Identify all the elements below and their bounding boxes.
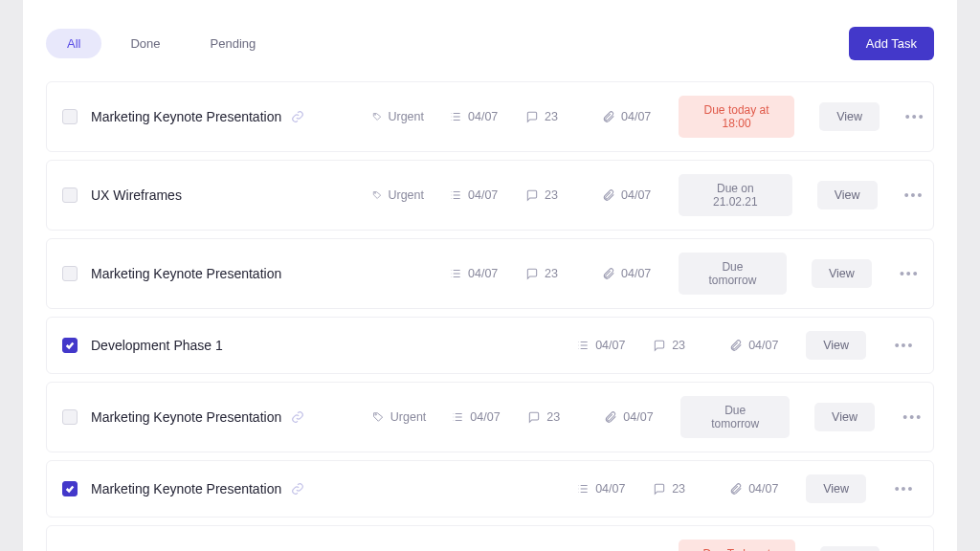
more-menu-button[interactable]: ••• — [904, 547, 925, 551]
task-meta: 04/07 23 04/07 Due tomorrow View ••• — [372, 253, 923, 295]
comments-count: 23 — [546, 410, 560, 424]
attach-date: 04/07 — [748, 482, 778, 496]
task-checkbox[interactable] — [62, 187, 78, 203]
attachment-icon — [602, 188, 615, 202]
tab-all[interactable]: All — [46, 29, 101, 58]
attach-date: 04/07 — [621, 267, 651, 280]
tab-pending[interactable]: Pending — [189, 29, 278, 58]
comment-icon — [653, 339, 666, 352]
view-button[interactable]: View — [819, 102, 880, 131]
comments-cell: 23 — [653, 339, 704, 352]
more-menu-button[interactable]: ••• — [904, 103, 925, 130]
more-menu-button[interactable]: ••• — [897, 260, 923, 287]
list-icon — [451, 410, 464, 424]
task-row: UX Wireframes Urgent 04/07 23 04/07 Due … — [46, 160, 934, 231]
attachment-icon — [602, 110, 615, 123]
task-row: Marketing Keynote Presentation Urgent 04… — [46, 382, 934, 452]
task-meta: Urgent 04/07 23 04/07 Due Today at 18:00… — [372, 540, 925, 551]
attachment-icon — [602, 267, 615, 280]
link-icon — [291, 410, 304, 424]
view-button[interactable]: View — [812, 259, 872, 288]
task-title: UX Wireframes — [91, 187, 182, 203]
link-icon — [291, 482, 304, 496]
attachment-icon — [604, 410, 617, 424]
view-button[interactable]: View — [814, 403, 875, 431]
task-checkbox[interactable] — [62, 109, 78, 124]
task-title: Marketing Keynote Presentation — [91, 409, 281, 425]
list-date-cell: 04/07 — [451, 410, 502, 424]
view-button[interactable]: View — [817, 181, 878, 209]
more-menu-button[interactable]: ••• — [902, 182, 926, 209]
task-meta: Urgent 04/07 23 04/07 Due today at 18:00… — [372, 96, 925, 138]
attach-date: 04/07 — [748, 339, 778, 352]
comments-cell: 23 — [525, 267, 577, 280]
app-frame: All Done Pending Add Task Marketing Keyn… — [23, 0, 957, 551]
more-menu-button[interactable]: ••• — [891, 332, 918, 359]
view-button[interactable]: View — [820, 546, 880, 551]
tag-label: Urgent — [388, 110, 424, 123]
task-meta: Urgent 04/07 23 04/07 Due tomorrow View … — [372, 396, 925, 438]
attach-cell: 04/07 — [602, 110, 654, 123]
list-icon — [576, 339, 590, 352]
due-badge: Due tomorrow — [680, 396, 790, 438]
task-title: Marketing Keynote Presentation — [91, 266, 281, 281]
task-meta: Urgent 04/07 23 04/07 Due on 21.02.21 Vi… — [372, 174, 925, 216]
attach-date: 04/07 — [621, 110, 651, 123]
comments-cell: 23 — [525, 188, 577, 202]
list-icon — [449, 110, 462, 123]
comments-cell: 23 — [653, 482, 704, 496]
list-icon — [576, 482, 590, 496]
task-checkbox[interactable] — [62, 266, 78, 281]
tab-done[interactable]: Done — [109, 29, 181, 58]
task-checkbox[interactable] — [62, 409, 78, 425]
add-task-button[interactable]: Add Task — [849, 27, 934, 60]
tag-cell: Urgent — [372, 110, 424, 123]
attachment-icon — [729, 482, 743, 496]
due-badge: Due Today at 18:00 — [679, 540, 795, 551]
filter-tabs: All Done Pending — [46, 29, 277, 58]
list-date-cell: 04/07 — [449, 267, 501, 280]
list-date-cell: 04/07 — [576, 339, 628, 352]
task-checkbox[interactable] — [62, 481, 78, 496]
svg-point-0 — [374, 114, 375, 115]
tag-cell: Urgent — [372, 410, 426, 424]
list-date: 04/07 — [595, 482, 625, 496]
task-row: Marketing Keynote Presentation Urgent 04… — [46, 81, 934, 152]
list-date: 04/07 — [468, 110, 498, 123]
attach-cell: 04/07 — [602, 267, 654, 280]
tag-icon — [372, 110, 382, 123]
list-date: 04/07 — [470, 410, 500, 424]
list-date-cell: 04/07 — [449, 110, 501, 123]
svg-point-28 — [375, 414, 376, 415]
task-row: Development Phase 1 04/07 23 04/07 Vie — [46, 317, 934, 374]
more-menu-button[interactable]: ••• — [891, 475, 918, 502]
comment-icon — [525, 188, 539, 202]
task-title-wrap: UX Wireframes — [91, 187, 359, 203]
task-row: CSS and functionality Urgent 04/07 23 04… — [46, 525, 934, 551]
task-title-wrap: Marketing Keynote Presentation — [91, 481, 359, 496]
task-title: Development Phase 1 — [91, 338, 223, 353]
attach-date: 04/07 — [621, 188, 651, 202]
task-meta: 04/07 23 04/07 View ••• — [576, 474, 918, 503]
comment-icon — [525, 267, 539, 280]
comments-cell: 23 — [527, 410, 579, 424]
task-checkbox[interactable] — [62, 338, 78, 353]
tag-icon — [372, 188, 382, 202]
attach-cell: 04/07 — [729, 482, 781, 496]
comment-icon — [527, 410, 541, 424]
comments-count: 23 — [545, 110, 558, 123]
view-button[interactable]: View — [806, 474, 866, 503]
list-date-cell: 04/07 — [576, 482, 628, 496]
list-date: 04/07 — [468, 267, 498, 280]
tag-icon — [372, 410, 385, 424]
svg-point-7 — [374, 192, 375, 193]
attach-cell: 04/07 — [604, 410, 656, 424]
tag-cell: Urgent — [372, 188, 424, 202]
view-button[interactable]: View — [806, 331, 866, 360]
tag-label: Urgent — [388, 188, 424, 202]
more-menu-button[interactable]: ••• — [900, 404, 925, 430]
task-title-wrap: Marketing Keynote Presentation — [91, 266, 359, 281]
task-row: Marketing Keynote Presentation 04/07 23 … — [46, 460, 934, 518]
check-icon — [65, 341, 75, 350]
due-badge: Due today at 18:00 — [679, 96, 794, 138]
